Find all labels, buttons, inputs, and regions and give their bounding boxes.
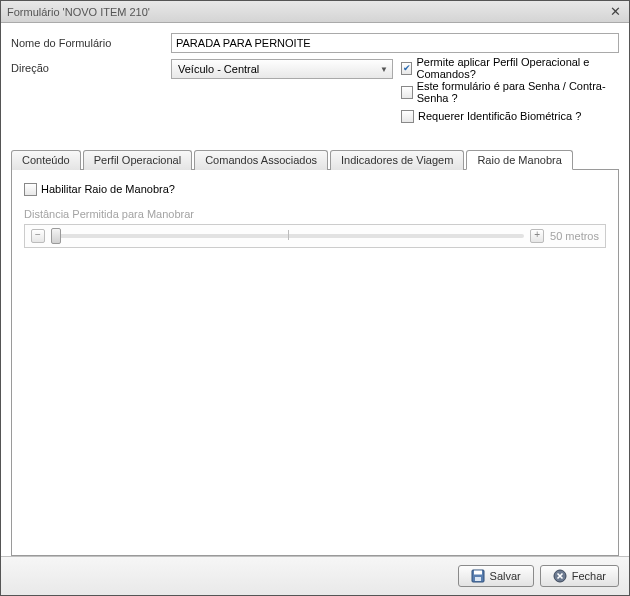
label-enable-raio: Habilitar Raio de Manobra?: [41, 183, 175, 195]
close-button-label: Fechar: [572, 570, 606, 582]
svg-rect-2: [475, 577, 481, 581]
row-enable-raio: Habilitar Raio de Manobra?: [24, 180, 606, 198]
window-title: Formulário 'NOVO ITEM 210': [7, 6, 150, 18]
tab-indicadores-viagem[interactable]: Indicadores de Viagem: [330, 150, 464, 170]
titlebar: Formulário 'NOVO ITEM 210' ✕: [1, 1, 629, 23]
close-circle-icon: [553, 569, 567, 583]
save-button[interactable]: Salvar: [458, 565, 534, 587]
checkbox-biometrica-label: Requerer Identificão Biométrica ?: [418, 110, 581, 122]
close-icon[interactable]: ✕: [606, 4, 625, 19]
select-direction-value: Veículo - Central: [178, 63, 259, 75]
chevron-down-icon: ▼: [380, 65, 388, 74]
slider-minus-button[interactable]: −: [31, 229, 45, 243]
row-direction: Direção Veículo - Central ▼ ✔ Permite ap…: [11, 59, 619, 131]
checkbox-senha-label: Este formulário é para Senha / Contra-Se…: [417, 80, 619, 104]
tabs-header: Conteúdo Perfil Operacional Comandos Ass…: [11, 149, 619, 169]
check-row-biometrica: Requerer Identificão Biométrica ?: [401, 107, 619, 125]
row-form-name: Nome do Formulário: [11, 33, 619, 53]
slider-value-text: 50 metros: [550, 230, 599, 242]
tab-perfil-operacional[interactable]: Perfil Operacional: [83, 150, 192, 170]
tab-conteudo[interactable]: Conteúdo: [11, 150, 81, 170]
form-area: Nome do Formulário Direção Veículo - Cen…: [1, 23, 629, 143]
slider-track[interactable]: [51, 234, 524, 238]
checkbox-perfil-label: Permite aplicar Perfil Operacional e Com…: [416, 56, 619, 80]
tab-comandos-associados[interactable]: Comandos Associados: [194, 150, 328, 170]
checkbox-senha[interactable]: [401, 86, 413, 99]
checkbox-column: ✔ Permite aplicar Perfil Operacional e C…: [401, 59, 619, 131]
dialog-window: Formulário 'NOVO ITEM 210' ✕ Nome do For…: [0, 0, 630, 596]
check-row-perfil: ✔ Permite aplicar Perfil Operacional e C…: [401, 59, 619, 77]
tabs-container: Conteúdo Perfil Operacional Comandos Ass…: [11, 149, 619, 556]
select-direction[interactable]: Veículo - Central ▼: [171, 59, 393, 79]
checkbox-biometrica[interactable]: [401, 110, 414, 123]
label-distance: Distância Permitida para Manobrar: [24, 208, 606, 220]
checkbox-enable-raio[interactable]: [24, 183, 37, 196]
checkbox-perfil-operacional[interactable]: ✔: [401, 62, 412, 75]
slider-plus-button[interactable]: +: [530, 229, 544, 243]
slider-thumb[interactable]: [51, 228, 61, 244]
save-button-label: Salvar: [490, 570, 521, 582]
check-row-senha: Este formulário é para Senha / Contra-Se…: [401, 83, 619, 101]
slider-distance: − + 50 metros: [24, 224, 606, 248]
footer: Salvar Fechar: [1, 556, 629, 595]
slider-tick: [288, 230, 289, 240]
save-icon: [471, 569, 485, 583]
label-direction: Direção: [11, 59, 171, 74]
label-form-name: Nome do Formulário: [11, 37, 171, 49]
tab-panel-raio: Habilitar Raio de Manobra? Distância Per…: [11, 169, 619, 556]
tab-raio-manobra[interactable]: Raio de Manobra: [466, 150, 572, 170]
input-form-name[interactable]: [171, 33, 619, 53]
svg-rect-1: [474, 571, 482, 575]
close-button[interactable]: Fechar: [540, 565, 619, 587]
